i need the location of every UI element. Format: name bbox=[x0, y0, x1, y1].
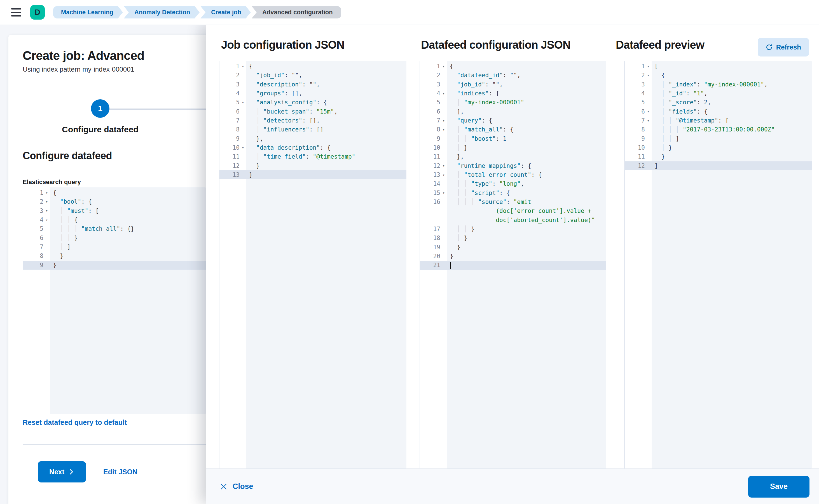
gutter-line[interactable]: 5 bbox=[23, 224, 50, 233]
gutter-line[interactable]: 13▾ bbox=[420, 170, 447, 179]
gutter-line[interactable]: 4 bbox=[625, 89, 652, 98]
gutter-line[interactable]: 11 bbox=[625, 152, 652, 161]
code-line[interactable]: │ │ } bbox=[447, 225, 606, 234]
gutter-line[interactable]: 8 bbox=[220, 125, 246, 134]
gutter-line[interactable]: 9 bbox=[23, 261, 50, 270]
gutter-line[interactable]: 6▾ bbox=[625, 107, 652, 116]
gutter-line[interactable]: 5▾ bbox=[220, 98, 246, 107]
code-line[interactable]: }, bbox=[246, 134, 406, 143]
gutter-line[interactable]: 20 bbox=[420, 252, 447, 261]
code-line[interactable]: "indices": [ bbox=[447, 89, 606, 98]
gutter-line[interactable]: 7 bbox=[220, 116, 246, 125]
code-line[interactable]: } bbox=[50, 261, 206, 270]
gutter-line[interactable]: 12▾ bbox=[420, 161, 447, 170]
code-line[interactable]: │ } bbox=[652, 143, 812, 152]
code-line[interactable]: "query": { bbox=[447, 116, 606, 125]
breadcrumb-item[interactable]: Anomaly Detection bbox=[124, 6, 199, 18]
gutter-line[interactable]: 3 bbox=[220, 80, 246, 89]
editor-code[interactable]: [ { │ "_index": "my-index-000001", │ "_i… bbox=[652, 61, 812, 468]
save-button[interactable]: Save bbox=[748, 476, 809, 498]
code-line[interactable]: { bbox=[50, 188, 206, 197]
code-line[interactable]: { bbox=[246, 62, 406, 71]
gutter-line[interactable]: 1▾ bbox=[23, 188, 50, 197]
gutter-line[interactable]: 5 bbox=[625, 98, 652, 107]
gutter-line[interactable]: 7▾ bbox=[625, 116, 652, 125]
code-line[interactable]: │ │ ] bbox=[652, 134, 812, 143]
gutter-line[interactable]: 6 bbox=[220, 107, 246, 116]
code-line[interactable]: │ │ │ "2017-03-23T13:00:00.000Z" bbox=[652, 125, 812, 134]
datafeed-preview-editor[interactable]: 1▾2▾3456▾7▾89101112 [ { │ "_index": "my-… bbox=[624, 61, 812, 468]
code-line[interactable]: "data_description": { bbox=[246, 143, 406, 152]
gutter-line[interactable]: 1▾ bbox=[420, 62, 447, 71]
code-line[interactable]: │ │ } bbox=[50, 234, 206, 242]
code-line[interactable]: │ "my-index-000001" bbox=[447, 98, 606, 107]
code-line[interactable]: } bbox=[652, 152, 812, 161]
gutter-line[interactable]: 4▾ bbox=[420, 89, 447, 98]
code-line[interactable]: │ │ │ "source": "emit bbox=[447, 197, 606, 206]
gutter-line[interactable]: 7▾ bbox=[420, 116, 447, 125]
gutter-line[interactable]: 3▾ bbox=[23, 206, 50, 215]
code-line[interactable]: │ "bucket_span": "15m", bbox=[246, 107, 406, 116]
editor-code[interactable]: { "bool": { │ "must": [ │ │ { │ │ │ "mat… bbox=[50, 187, 206, 414]
gutter-line[interactable]: 12 bbox=[220, 161, 246, 170]
code-line[interactable]: │ "_index": "my-index-000001", bbox=[652, 80, 812, 89]
gutter-line[interactable]: 1▾ bbox=[220, 62, 246, 71]
code-line[interactable]: │ "detectors": [], bbox=[246, 116, 406, 125]
code-line[interactable]: } bbox=[447, 243, 606, 252]
code-line[interactable]: │ "_score": 2, bbox=[652, 98, 812, 107]
gutter-line[interactable]: 12 bbox=[625, 161, 652, 170]
editor-gutter[interactable]: 1▾2345▾678910▾111213 bbox=[220, 61, 246, 468]
code-line[interactable]: } bbox=[246, 161, 406, 170]
gutter-line[interactable]: 2 bbox=[420, 71, 447, 80]
code-line[interactable]: │ } bbox=[447, 234, 606, 242]
gutter-line[interactable]: 4 bbox=[220, 89, 246, 98]
gutter-line[interactable]: 2 bbox=[220, 71, 246, 80]
gutter-line[interactable]: 11 bbox=[420, 152, 447, 161]
gutter-line[interactable]: 16 bbox=[420, 197, 447, 206]
job-config-editor[interactable]: 1▾2345▾678910▾111213 { "job_id": "", "de… bbox=[219, 61, 406, 468]
code-line[interactable]: │ │ "boost": 1 bbox=[447, 134, 606, 143]
code-line[interactable]: │ "match_all": { bbox=[447, 125, 606, 134]
gutter-line[interactable]: 7 bbox=[23, 242, 50, 251]
editor-gutter[interactable]: 1▾2▾3456▾7▾89101112 bbox=[625, 61, 652, 468]
code-line[interactable]: │ ] bbox=[50, 242, 206, 251]
close-button[interactable]: Close bbox=[220, 482, 253, 491]
code-line[interactable]: │ │ "@timestamp": [ bbox=[652, 116, 812, 125]
code-line[interactable]: "datafeed_id": "", bbox=[447, 71, 606, 80]
code-line[interactable]: } bbox=[447, 252, 606, 261]
code-line[interactable]: } bbox=[50, 251, 206, 260]
gutter-line[interactable]: 3 bbox=[420, 80, 447, 89]
gutter-line[interactable]: 19 bbox=[420, 243, 447, 252]
gutter-line[interactable]: 4▾ bbox=[23, 215, 50, 224]
gutter-line[interactable] bbox=[420, 206, 447, 215]
code-line[interactable]: │ │ { bbox=[50, 215, 206, 224]
code-line[interactable]: "analysis_config": { bbox=[246, 98, 406, 107]
code-line[interactable]: { bbox=[447, 62, 606, 71]
gutter-line[interactable]: 2▾ bbox=[625, 71, 652, 80]
code-line[interactable]: │ "influencers": [] bbox=[246, 125, 406, 134]
editor-gutter[interactable]: 1▾2▾3▾4▾56789 bbox=[23, 187, 50, 414]
gutter-line[interactable]: 9 bbox=[220, 134, 246, 143]
gutter-line[interactable]: 8▾ bbox=[420, 125, 447, 134]
gutter-line[interactable]: 21 bbox=[420, 261, 447, 270]
gutter-line[interactable]: 6 bbox=[420, 107, 447, 116]
code-line[interactable]: [ bbox=[652, 62, 812, 71]
code-line[interactable]: } bbox=[246, 170, 406, 179]
gutter-line[interactable]: 1▾ bbox=[625, 62, 652, 71]
code-line[interactable] bbox=[447, 261, 606, 270]
gutter-line[interactable]: 10▾ bbox=[220, 143, 246, 152]
gutter-line[interactable]: 2▾ bbox=[23, 197, 50, 206]
gutter-line[interactable]: 13 bbox=[220, 170, 246, 179]
next-button[interactable]: Next bbox=[38, 461, 86, 482]
refresh-button[interactable]: Refresh bbox=[758, 38, 809, 56]
code-line[interactable]: │ "total_error_count": { bbox=[447, 170, 606, 179]
code-line[interactable]: "job_id": "", bbox=[246, 71, 406, 80]
code-line[interactable]: │ "fields": { bbox=[652, 107, 812, 116]
code-line[interactable]: "job_id": "", bbox=[447, 80, 606, 89]
gutter-line[interactable]: 15▾ bbox=[420, 189, 447, 197]
code-line[interactable]: │ │ "script": { bbox=[447, 189, 606, 197]
breadcrumb-item[interactable]: Create job bbox=[200, 6, 251, 18]
code-line[interactable]: "description": "", bbox=[246, 80, 406, 89]
code-line[interactable]: (doc['error_count'].value + bbox=[447, 206, 606, 215]
datafeed-config-editor[interactable]: 1▾234▾567▾8▾9101112▾13▾1415▾161718192021… bbox=[420, 61, 606, 468]
